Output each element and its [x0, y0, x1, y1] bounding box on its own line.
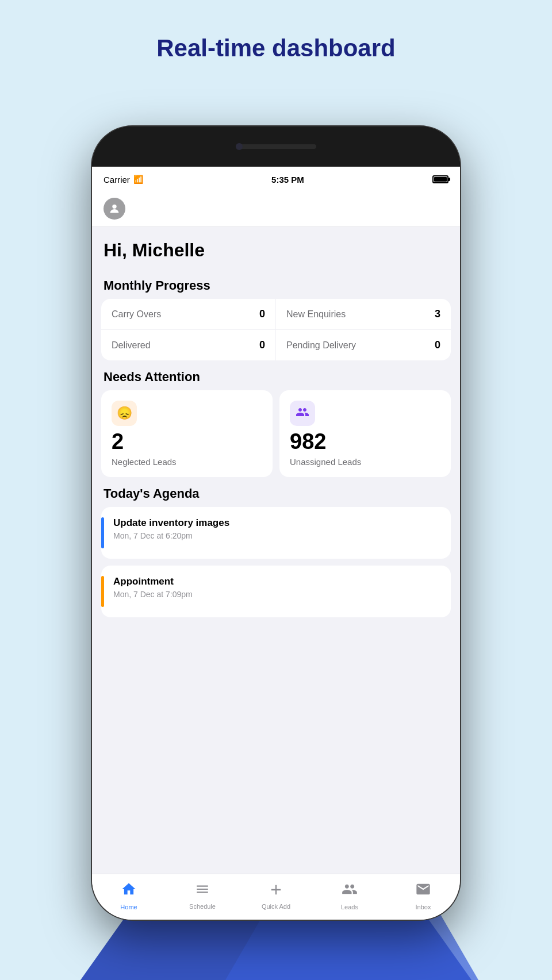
- agenda-time-1: Mon, 7 Dec at 6:20pm: [113, 531, 440, 540]
- monthly-progress-card: Carry Overs 0 New Enquiries 3 Delivered …: [101, 299, 451, 360]
- neglected-leads-icon-wrap: 😞: [112, 401, 137, 426]
- neglected-leads-icon: 😞: [117, 406, 132, 421]
- needs-attention-header: Needs Attention: [92, 360, 460, 390]
- quickadd-icon: [268, 882, 284, 901]
- nav-label-leads: Leads: [341, 904, 358, 910]
- carry-overs-label: Carry Overs: [112, 309, 161, 320]
- screen-content: Hi, Michelle Monthly Progress Carry Over…: [92, 227, 460, 874]
- battery-icon: [432, 175, 448, 183]
- agenda-time-2: Mon, 7 Dec at 7:09pm: [113, 590, 440, 599]
- progress-delivered[interactable]: Delivered 0: [101, 330, 276, 360]
- leads-icon: [342, 881, 358, 901]
- pending-delivery-value: 0: [435, 339, 440, 351]
- delivered-value: 0: [259, 339, 265, 351]
- status-time: 5:35 PM: [271, 175, 304, 185]
- neglected-leads-number: 2: [112, 431, 124, 452]
- nav-label-inbox: Inbox: [416, 904, 431, 910]
- phone-top-notch: [92, 126, 460, 167]
- camera-notch: [236, 143, 243, 150]
- agenda-list: Update inventory images Mon, 7 Dec at 6:…: [101, 507, 451, 617]
- nav-item-leads[interactable]: Leads: [313, 881, 386, 910]
- nav-label-schedule: Schedule: [189, 903, 216, 910]
- nav-label-quickadd: Quick Add: [262, 903, 290, 910]
- monthly-progress-header: Monthly Progress: [92, 269, 460, 299]
- phone-screen: Carrier 📶 5:35 PM Hi, Michelle: [92, 167, 460, 920]
- unassigned-leads-card[interactable]: 982 Unassigned Leads: [279, 390, 451, 477]
- agenda-item-1[interactable]: Update inventory images Mon, 7 Dec at 6:…: [101, 507, 451, 559]
- page-title: Real-time dashboard: [156, 34, 395, 62]
- progress-carry-overs[interactable]: Carry Overs 0: [101, 299, 276, 330]
- unassigned-leads-icon-wrap: [290, 401, 315, 426]
- agenda-item-2[interactable]: Appointment Mon, 7 Dec at 7:09pm: [101, 566, 451, 617]
- progress-pending-delivery[interactable]: Pending Delivery 0: [276, 330, 451, 360]
- agenda-content-1: Update inventory images Mon, 7 Dec at 6:…: [113, 517, 440, 540]
- nav-item-schedule[interactable]: Schedule: [166, 882, 239, 910]
- nav-item-inbox[interactable]: Inbox: [386, 881, 460, 910]
- unassigned-leads-icon: [296, 405, 309, 422]
- agenda-bar-2: [101, 576, 104, 607]
- nav-label-home: Home: [120, 904, 137, 910]
- speaker-bar: [236, 144, 316, 149]
- todays-agenda-header: Today's Agenda: [92, 477, 460, 507]
- inbox-icon: [415, 881, 431, 901]
- unassigned-leads-number: 982: [290, 431, 326, 452]
- agenda-bar-1: [101, 517, 104, 548]
- bottom-nav: Home Schedule Quick Add: [92, 874, 460, 920]
- home-icon: [121, 881, 137, 901]
- agenda-title-1: Update inventory images: [113, 517, 440, 529]
- delivered-label: Delivered: [112, 340, 151, 351]
- avatar[interactable]: [103, 198, 125, 220]
- agenda-title-2: Appointment: [113, 576, 440, 587]
- status-bar: Carrier 📶 5:35 PM: [92, 167, 460, 192]
- progress-grid: Carry Overs 0 New Enquiries 3 Delivered …: [101, 299, 451, 360]
- app-header: [92, 192, 460, 227]
- carrier-name: Carrier: [103, 175, 130, 185]
- svg-point-0: [112, 205, 116, 209]
- new-enquiries-value: 3: [435, 308, 440, 320]
- nav-item-quickadd[interactable]: Quick Add: [239, 882, 313, 910]
- progress-new-enquiries[interactable]: New Enquiries 3: [276, 299, 451, 330]
- nav-item-home[interactable]: Home: [92, 881, 166, 910]
- attention-grid: 😞 2 Neglected Leads 982 Un: [101, 390, 451, 477]
- new-enquiries-label: New Enquiries: [286, 309, 346, 320]
- agenda-content-2: Appointment Mon, 7 Dec at 7:09pm: [113, 576, 440, 599]
- schedule-icon: [195, 882, 210, 901]
- pending-delivery-label: Pending Delivery: [286, 340, 356, 351]
- neglected-leads-label: Neglected Leads: [112, 457, 177, 467]
- greeting-text: Hi, Michelle: [103, 240, 448, 261]
- carry-overs-value: 0: [259, 308, 265, 320]
- battery-fill: [434, 177, 447, 182]
- unassigned-leads-label: Unassigned Leads: [290, 457, 361, 467]
- neglected-leads-card[interactable]: 😞 2 Neglected Leads: [101, 390, 273, 477]
- carrier-info: Carrier 📶: [103, 175, 143, 185]
- wifi-icon: 📶: [133, 175, 143, 184]
- phone-frame: Carrier 📶 5:35 PM Hi, Michelle: [92, 126, 460, 920]
- greeting-section: Hi, Michelle: [92, 227, 460, 269]
